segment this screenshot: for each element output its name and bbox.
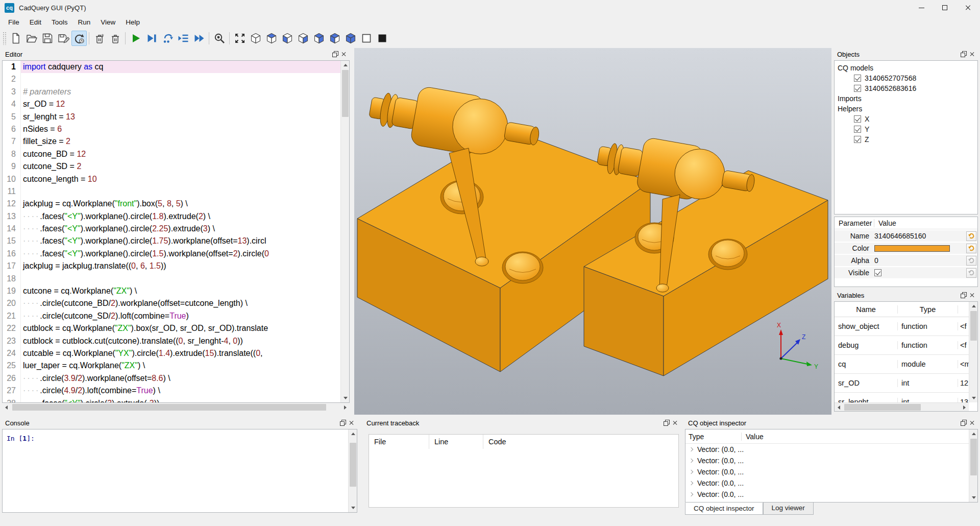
new-file-button[interactable] — [8, 31, 23, 46]
editor-vertical-scrollbar[interactable] — [340, 61, 349, 402]
menu-run[interactable]: Run — [73, 17, 96, 28]
view-back-button[interactable] — [311, 31, 327, 46]
variable-row[interactable]: cqmodule<m — [835, 355, 969, 374]
step-button[interactable] — [160, 31, 175, 46]
close-panel-icon[interactable] — [341, 52, 347, 57]
variables-header[interactable]: Type — [898, 305, 958, 314]
tree-group-cq-models[interactable]: CQ models — [836, 63, 976, 73]
console-input-area[interactable]: In [1]: — [2, 429, 357, 513]
properties-header-value[interactable]: Value — [874, 219, 900, 227]
float-panel-icon[interactable] — [340, 420, 346, 426]
minimize-button[interactable] — [910, 0, 933, 15]
close-panel-icon[interactable] — [970, 293, 975, 298]
properties-header-parameter[interactable]: Parameter — [835, 219, 874, 227]
code-editor[interactable]: 1import cadquery as cq23# parameters4sr_… — [2, 60, 350, 403]
console-vertical-scrollbar[interactable] — [348, 429, 357, 512]
save-as-button[interactable] — [56, 31, 71, 46]
inspector-row[interactable]: Vector: (0.0, ... — [685, 489, 969, 500]
close-panel-icon[interactable] — [970, 52, 975, 57]
float-panel-icon[interactable] — [961, 292, 967, 298]
wireframe-mode-button[interactable] — [359, 31, 374, 46]
editor-horizontal-scrollbar[interactable] — [2, 403, 350, 412]
view-right-button[interactable] — [296, 31, 311, 46]
close-panel-icon[interactable] — [673, 420, 678, 425]
undo-button[interactable] — [966, 256, 976, 266]
expand-chevron-icon[interactable] — [689, 492, 693, 496]
variable-row[interactable]: debugfunction<f — [835, 336, 969, 355]
tree-group-imports[interactable]: Imports — [836, 93, 976, 104]
editor-hscroll-thumb[interactable] — [12, 404, 326, 411]
visibility-checkbox[interactable] — [854, 126, 861, 133]
float-panel-icon[interactable] — [332, 51, 338, 57]
tree-item[interactable]: 3140652683616 — [836, 83, 976, 93]
save-button[interactable] — [40, 31, 55, 46]
tab-cq-object-inspector[interactable]: CQ object inspector — [685, 503, 763, 515]
view-top-button[interactable] — [264, 31, 279, 46]
inspector-vscroll-thumb[interactable] — [970, 439, 977, 475]
visible-checkbox[interactable] — [874, 269, 881, 276]
inspector-row[interactable]: Vector: (0.0, ... — [685, 444, 969, 455]
float-panel-icon[interactable] — [961, 420, 967, 426]
traceback-header-code[interactable]: Code — [483, 435, 511, 449]
maximize-button[interactable] — [933, 0, 957, 15]
view-left-button[interactable] — [327, 31, 342, 46]
visibility-checkbox[interactable] — [854, 136, 861, 143]
tree-item[interactable]: Y — [836, 124, 976, 134]
scroll-right-button[interactable] — [341, 403, 350, 412]
property-value[interactable]: 0 — [874, 256, 878, 265]
view-bottom-button[interactable] — [343, 31, 358, 46]
variables-horizontal-scrollbar[interactable] — [835, 402, 969, 411]
render-button[interactable] — [128, 31, 143, 46]
console-vscroll-thumb[interactable] — [350, 443, 356, 487]
visibility-checkbox[interactable] — [854, 75, 861, 82]
scroll-down-button[interactable] — [341, 394, 350, 402]
toolbar-drag-handle[interactable] — [3, 32, 6, 45]
view-iso-button[interactable] — [248, 31, 263, 46]
view-front-button[interactable] — [280, 31, 295, 46]
open-file-button[interactable] — [24, 31, 39, 46]
undo-button[interactable] — [966, 244, 976, 253]
step-into-button[interactable] — [176, 31, 191, 46]
tree-item[interactable]: Z — [836, 134, 976, 145]
inspector-row[interactable]: Vector: (0.0, ... — [685, 477, 969, 489]
variables-vertical-scrollbar[interactable] — [969, 302, 977, 402]
close-panel-icon[interactable] — [970, 420, 975, 425]
scroll-left-button[interactable] — [2, 403, 11, 412]
inspector-header-value[interactable]: Value — [742, 433, 768, 441]
delete-all-button[interactable] — [108, 31, 123, 46]
editor-vscroll-thumb[interactable] — [342, 70, 349, 117]
menu-view[interactable]: View — [95, 17, 120, 28]
variables-hscroll-thumb[interactable] — [844, 404, 921, 411]
debug-button[interactable] — [144, 31, 159, 46]
reload-button[interactable] — [71, 31, 87, 46]
inspector-header-type[interactable]: Type — [685, 433, 742, 441]
menu-help[interactable]: Help — [120, 17, 145, 28]
scroll-up-button[interactable] — [341, 61, 350, 69]
inspector-row[interactable]: Vector: (0.0, ... — [685, 455, 969, 466]
close-button[interactable] — [957, 0, 980, 15]
variable-row[interactable]: sr_ODint12 — [835, 374, 969, 393]
traceback-header-line[interactable]: Line — [429, 435, 483, 449]
fit-all-button[interactable] — [232, 31, 248, 46]
expand-chevron-icon[interactable] — [689, 481, 693, 485]
expand-chevron-icon[interactable] — [689, 459, 693, 463]
tree-item[interactable]: 3140652707568 — [836, 73, 976, 83]
variables-header[interactable]: Name — [835, 305, 898, 314]
expand-chevron-icon[interactable] — [689, 470, 693, 474]
variables-vscroll-thumb[interactable] — [970, 311, 977, 341]
variable-row[interactable]: show_objectfunction<f — [835, 317, 969, 336]
visibility-checkbox[interactable] — [854, 115, 861, 123]
undo-button[interactable] — [966, 268, 976, 278]
menu-edit[interactable]: Edit — [24, 17, 46, 28]
3d-viewport[interactable]: X Z Y — [354, 48, 831, 415]
delete-object-button[interactable] — [92, 31, 107, 46]
visibility-checkbox[interactable] — [854, 85, 861, 92]
float-panel-icon[interactable] — [961, 51, 967, 57]
continue-button[interactable] — [191, 31, 207, 46]
inspector-vertical-scrollbar[interactable] — [969, 429, 977, 502]
inspect-code-button[interactable] — [212, 31, 227, 46]
traceback-header-file[interactable]: File — [369, 435, 429, 449]
menu-tools[interactable]: Tools — [46, 17, 73, 28]
inspector-row[interactable]: Vector: (0.0, ... — [685, 466, 969, 477]
color-swatch[interactable] — [874, 245, 950, 252]
